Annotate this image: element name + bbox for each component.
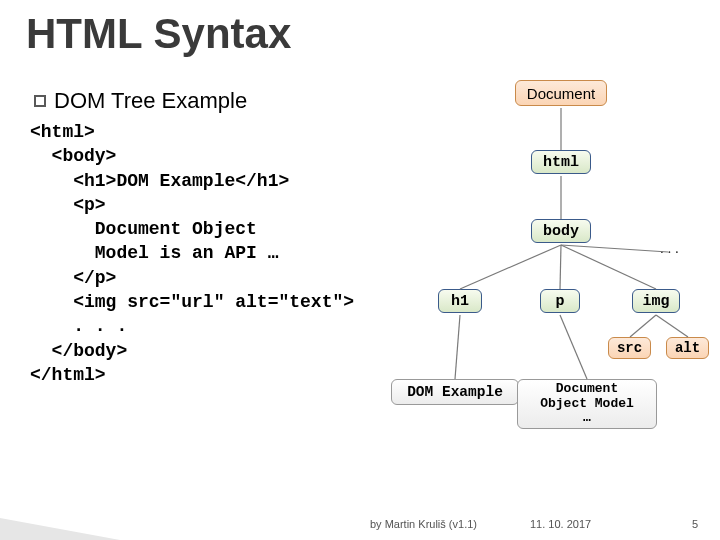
svg-line-8 [455,315,460,379]
slide-title: HTML Syntax [26,10,291,58]
svg-line-9 [560,315,587,379]
node-img: img [632,289,680,313]
bullet-text: DOM Tree Example [54,88,247,113]
footer-date: 11. 10. 2017 [530,518,591,530]
node-h1: h1 [438,289,482,313]
svg-line-2 [460,245,561,289]
bullet-heading: DOM Tree Example [34,88,247,114]
node-src: src [608,337,651,359]
node-dom-text: Document Object Model … [517,379,657,429]
node-p: p [540,289,580,313]
node-document: Document [515,80,607,106]
svg-line-3 [560,245,561,289]
code-block: <html> <body> <h1>DOM Example</h1> <p> D… [30,120,354,387]
node-alt: alt [666,337,709,359]
footer-page: 5 [692,518,698,530]
svg-line-5 [561,245,668,252]
node-body: body [531,219,591,243]
svg-line-7 [656,315,688,337]
node-html: html [531,150,591,174]
svg-line-4 [561,245,656,289]
node-dom-example: DOM Example [391,379,519,405]
bullet-square-icon [34,95,46,107]
footer-author: by Martin Kruliš (v1.1) [370,518,477,530]
svg-line-6 [630,315,656,337]
ellipsis: . . . [660,240,679,257]
slide-corner-decoration [0,518,120,540]
